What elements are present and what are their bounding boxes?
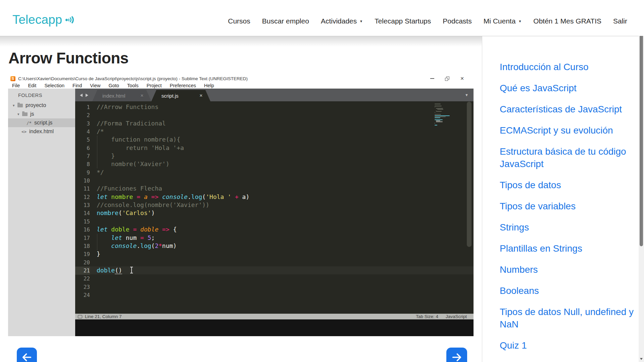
logo-text: Telecapp	[12, 13, 62, 27]
nav-item-mi-cuenta[interactable]: Mi Cuenta▼	[484, 17, 522, 25]
sound-wave-icon	[65, 13, 78, 27]
close-icon: ✕	[460, 76, 464, 81]
minimap-line	[435, 116, 446, 117]
minimap-line	[436, 110, 436, 111]
lesson-link-caracteristicas-de-javascript[interactable]: Características de JavaScript	[500, 103, 634, 115]
code-token: console	[162, 193, 188, 200]
code-token: }	[97, 152, 115, 159]
line-number: 24	[75, 291, 90, 299]
line-number: 15	[75, 218, 90, 226]
line-number: 9	[75, 169, 90, 177]
minimap-line	[435, 125, 437, 125]
indent-guide	[97, 136, 97, 168]
code-token: (	[151, 242, 155, 249]
nav-item-telecapp-startups[interactable]: Telecapp Startups	[375, 17, 431, 25]
lesson-link-quiz-1[interactable]: Quiz 1	[500, 339, 634, 352]
code-token	[108, 193, 111, 200]
minimap-line	[435, 112, 435, 113]
code-token: num)	[162, 242, 177, 249]
lesson-link-plantillas-en-strings[interactable]: Plantillas en Strings	[500, 242, 634, 255]
nav-item-podcasts[interactable]: Podcasts	[443, 17, 472, 25]
minimap-line	[435, 119, 443, 120]
minimap-line	[435, 107, 435, 107]
nav-item-obten-1-mes-gratis[interactable]: Obtén 1 Mes GRATIS	[533, 17, 601, 25]
nav-item-label: Obtén 1 Mes GRATIS	[533, 17, 601, 25]
minimap-line	[435, 114, 441, 115]
tab-next-icon	[86, 94, 88, 97]
code-token: 'Carlos'	[122, 209, 151, 216]
nav-item-actividades[interactable]: Actividades▼	[321, 17, 363, 25]
line-number: 12	[75, 193, 90, 201]
minimap	[435, 104, 451, 129]
lesson-link-symbols-en-javascript[interactable]: Symbols en JavaScript	[500, 360, 634, 362]
line-number: 10	[75, 177, 90, 185]
page-title: Arrow Functions	[8, 49, 129, 67]
code-token: //Arrow Functions	[97, 103, 158, 110]
minimap-line	[436, 108, 443, 109]
line-number: 21	[75, 267, 90, 275]
code-token: }	[97, 250, 100, 257]
code-token: a)	[239, 193, 250, 200]
next-lesson-button[interactable]	[446, 348, 467, 362]
line-number: 22	[75, 275, 90, 283]
tab-index-html: index.html✕	[92, 90, 151, 101]
lesson-link-tipos-de-variables[interactable]: Tipos de variables	[500, 200, 634, 212]
minimap-line	[435, 106, 442, 106]
sublime-window-title: C:\Users\Xavier\Documents\Curso de JavaS…	[18, 76, 248, 81]
code-line-20: 20	[75, 258, 474, 266]
code-token	[108, 226, 111, 233]
tab-list: index.html✕script.js✕	[92, 90, 210, 101]
menu-find: Find	[72, 83, 82, 88]
lesson-link-numbers[interactable]: Numbers	[500, 263, 634, 276]
nav-item-salir[interactable]: Salir	[613, 17, 627, 25]
line-number: 19	[75, 250, 90, 258]
sublime-statusbar: Line 21, Column 7 Tab Size: 4 JavaScript	[75, 314, 474, 319]
minimap-line	[435, 113, 451, 114]
lesson-link-introduccion-al-curso[interactable]: Introducción al Curso	[500, 61, 634, 73]
lesson-video[interactable]: S C:\Users\Xavier\Documents\Curso de Jav…	[8, 74, 474, 336]
nav-item-label: Podcasts	[443, 17, 472, 25]
code-token: console	[111, 242, 137, 249]
code-line-6: 6 return 'Hola '+a	[75, 144, 474, 152]
line-number: 20	[75, 259, 90, 267]
lesson-link-booleans[interactable]: Booleans	[500, 285, 634, 297]
nav-item-label: Cursos	[228, 17, 250, 25]
page-scrollbar-thumb[interactable]	[640, 7, 643, 246]
code-token	[158, 226, 162, 233]
menu-file: File	[12, 83, 20, 88]
code-token: nombre	[111, 193, 133, 200]
top-navbar: Telecapp CursosBuscar empleoActividades▼…	[0, 0, 644, 36]
lesson-link-que-es-javascript[interactable]: Qué es JavaScript	[500, 82, 634, 94]
nav-item-cursos[interactable]: Cursos	[228, 17, 250, 25]
html-file-icon: <>	[21, 129, 27, 134]
lesson-link-tipos-de-datos[interactable]: Tipos de datos	[500, 179, 634, 191]
minimize-icon	[430, 78, 434, 79]
menu-view: View	[90, 83, 100, 88]
code-line-15: 15	[75, 217, 474, 225]
previous-lesson-button[interactable]	[17, 348, 37, 362]
nav-item-buscar-empleo[interactable]: Buscar empleo	[262, 17, 309, 25]
minimap-line	[435, 118, 451, 119]
code-token: +	[235, 193, 239, 200]
course-outline: Introducción al CursoQué es JavaScriptCa…	[482, 36, 639, 362]
scroll-down-icon[interactable]	[640, 358, 643, 360]
code-token	[97, 242, 111, 249]
status-icon	[78, 315, 82, 318]
telecapp-logo[interactable]: Telecapp	[12, 13, 78, 27]
page-scrollbar[interactable]	[639, 0, 644, 362]
syntax-indicator: JavaScript	[446, 314, 467, 319]
nav-item-label: Actividades	[321, 17, 357, 25]
lesson-link-strings[interactable]: Strings	[500, 221, 634, 234]
lesson-link-tipos-de-datos-null-undefined-y-nan[interactable]: Tipos de datos Null, undefined y NaN	[500, 306, 634, 330]
nav-item-label: Salir	[613, 17, 627, 25]
code-token: //console.log(nombre('Xavier'))	[97, 201, 209, 208]
code-token: /*	[97, 128, 104, 135]
lesson-link-ecmascript-y-su-evolucion[interactable]: ECMAScript y su evolución	[500, 124, 634, 137]
lesson-link-estructura-basica-de-tu-codigo-javascript[interactable]: Estructura básica de tu código JavaScrip…	[500, 145, 634, 170]
nav-item-label: Mi Cuenta	[484, 17, 516, 25]
code-line-5: 5 function nombre(a){	[75, 136, 474, 144]
code-line-12: 12let nombre = a => console.log('Hola ' …	[75, 193, 474, 201]
code-token: return 'Hola '+a	[97, 144, 184, 151]
code-token	[137, 226, 140, 233]
code-token	[158, 193, 162, 200]
